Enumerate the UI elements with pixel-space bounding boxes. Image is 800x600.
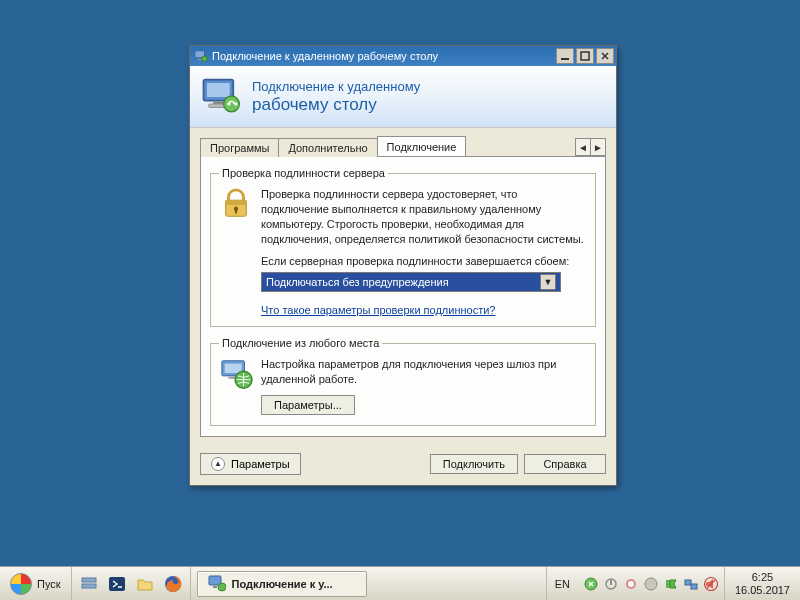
windows-orb-icon: [10, 573, 32, 595]
header-banner: Подключение к удаленному рабочему столу: [190, 66, 616, 128]
svg-rect-4: [581, 52, 589, 60]
svg-point-2: [202, 56, 207, 61]
tray-network-icon[interactable]: [684, 577, 698, 591]
svg-rect-25: [213, 586, 217, 588]
tab-connection[interactable]: Подключение: [377, 136, 467, 156]
group-server-auth: Проверка подлинности сервера Проверка по…: [210, 167, 596, 327]
tab-scroll-left[interactable]: ◄: [575, 138, 591, 156]
taskbar-app-icon: [208, 574, 226, 594]
tray-icon-4[interactable]: [644, 577, 658, 591]
auth-description: Проверка подлинности сервера удостоверяе…: [261, 187, 587, 246]
svg-rect-33: [666, 580, 670, 588]
svg-rect-1: [198, 59, 202, 61]
svg-rect-34: [685, 580, 691, 585]
taskbar: Пуск Подключение к у... EN 6:25 16.05.20…: [0, 566, 800, 600]
language-label: EN: [555, 578, 570, 590]
chevron-down-icon: ▼: [540, 274, 556, 290]
taskbar-app-label: Подключение к у...: [232, 578, 333, 590]
close-button[interactable]: [596, 48, 614, 64]
gateway-params-button[interactable]: Параметры...: [261, 395, 355, 415]
svg-rect-8: [207, 83, 230, 97]
tray-sound-icon[interactable]: [704, 577, 718, 591]
rdp-window: Подключение к удаленному рабочему столу …: [189, 45, 617, 486]
options-toggle-button[interactable]: ▲ Параметры: [200, 453, 301, 475]
ql-explorer-icon[interactable]: [132, 571, 158, 597]
clock-time: 6:25: [735, 571, 790, 584]
group-connect-anywhere: Подключение из любого места Настройка па…: [210, 337, 596, 426]
taskbar-clock[interactable]: 6:25 16.05.2017: [724, 567, 800, 600]
tray-icon-3[interactable]: [624, 577, 638, 591]
connect-button[interactable]: Подключить: [430, 454, 518, 474]
auth-fail-dropdown[interactable]: Подключаться без предупреждения ▼: [261, 272, 561, 292]
banner-line1: Подключение к удаленному: [252, 79, 420, 94]
ql-server-manager-icon[interactable]: [76, 571, 102, 597]
tab-panel: Проверка подлинности сервера Проверка по…: [200, 156, 606, 437]
quick-launch: [72, 567, 191, 600]
title-text: Подключение к удаленному рабочему столу: [212, 50, 438, 62]
tab-advanced[interactable]: Дополнительно: [278, 138, 377, 157]
ql-powershell-icon[interactable]: [104, 571, 130, 597]
svg-rect-20: [82, 578, 96, 582]
svg-point-26: [218, 583, 226, 591]
clock-date: 16.05.2017: [735, 584, 790, 597]
start-label: Пуск: [37, 578, 61, 590]
chevron-up-icon: ▲: [211, 457, 225, 471]
start-button[interactable]: Пуск: [0, 567, 72, 600]
banner-line2: рабочему столу: [252, 95, 420, 115]
svg-rect-29: [610, 580, 612, 585]
language-indicator[interactable]: EN: [546, 567, 578, 600]
titlebar[interactable]: Подключение к удаленному рабочему столу: [190, 46, 616, 66]
tab-scroll-buttons: ◄ ►: [576, 138, 606, 156]
auth-help-link[interactable]: Что такое параметры проверки подлинности…: [261, 304, 495, 316]
minimize-button[interactable]: [556, 48, 574, 64]
app-icon: [194, 49, 208, 63]
anywhere-description: Настройка параметров для подключения чер…: [261, 357, 587, 387]
tab-row: Программы Дополнительно Подключение ◄ ►: [200, 136, 606, 156]
tab-scroll-right[interactable]: ►: [590, 138, 606, 156]
tray-flag-icon[interactable]: [664, 577, 678, 591]
dialog-body: Программы Дополнительно Подключение ◄ ► …: [190, 128, 616, 447]
options-toggle-label: Параметры: [231, 458, 290, 470]
auth-fail-label: Если серверная проверка подлинности заве…: [261, 254, 587, 269]
svg-point-32: [645, 578, 657, 590]
svg-rect-15: [235, 209, 237, 214]
svg-rect-13: [226, 200, 247, 205]
globe-monitor-icon: [219, 357, 253, 391]
svg-point-31: [628, 581, 634, 587]
group-server-auth-legend: Проверка подлинности сервера: [219, 167, 388, 179]
svg-rect-35: [691, 584, 697, 589]
group-anywhere-legend: Подключение из любого места: [219, 337, 382, 349]
dialog-footer: ▲ Параметры Подключить Справка: [190, 447, 616, 485]
monitor-icon: [200, 76, 242, 118]
auth-fail-dropdown-value: Подключаться без предупреждения: [266, 276, 449, 288]
tray-icon-2[interactable]: [604, 577, 618, 591]
taskbar-app-button[interactable]: Подключение к у...: [197, 571, 367, 597]
help-button[interactable]: Справка: [524, 454, 606, 474]
tab-programs[interactable]: Программы: [200, 138, 279, 157]
tray-icon-1[interactable]: [584, 577, 598, 591]
lock-icon: [219, 187, 253, 221]
svg-rect-3: [561, 58, 569, 60]
maximize-button[interactable]: [576, 48, 594, 64]
svg-rect-21: [82, 584, 96, 588]
system-tray: [578, 567, 724, 600]
ql-firefox-icon[interactable]: [160, 571, 186, 597]
